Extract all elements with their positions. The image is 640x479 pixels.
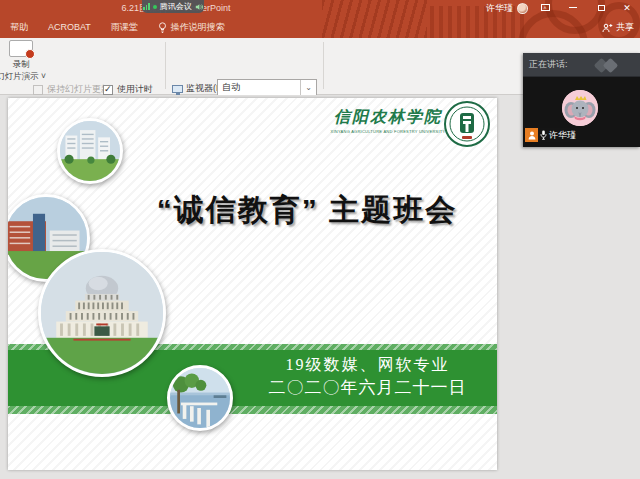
campus-photo-dome-building[interactable] bbox=[38, 249, 166, 377]
share-label: 共享 bbox=[616, 21, 634, 34]
meeting-app-name: 腾讯会议 bbox=[160, 1, 192, 12]
tab-acrobat[interactable]: ACROBAT bbox=[38, 16, 101, 38]
title-bar: 6.21团课.pptx - PowerPoint 许华瑾 ˄ ✕ bbox=[0, 0, 640, 16]
member-icon bbox=[525, 128, 538, 142]
checkbox-icon bbox=[33, 85, 43, 95]
group-separator bbox=[165, 42, 166, 89]
chevron-down-icon: ⌄ bbox=[300, 80, 316, 95]
tell-me-search[interactable]: 操作说明搜索 bbox=[148, 16, 235, 38]
account-avatar[interactable] bbox=[517, 3, 528, 14]
monitor-dropdown-value: 自动 bbox=[218, 81, 300, 94]
tab-label: 帮助 bbox=[10, 21, 28, 34]
university-name-cn[interactable]: 信阳农林学院 bbox=[328, 107, 448, 128]
share-button[interactable]: 共享 bbox=[602, 21, 634, 34]
banner-text[interactable]: 19级数媒、网软专业 二〇二〇年六月二十一日 bbox=[260, 354, 475, 400]
participant-name: 许华瑾 bbox=[549, 129, 576, 142]
account-name: 许华瑾 bbox=[486, 2, 513, 15]
ribbon-display-options-icon: ˄ bbox=[541, 4, 550, 11]
signal-strength-icon bbox=[143, 3, 150, 10]
participant-name-box: 许华瑾 bbox=[538, 128, 580, 142]
slide-canvas[interactable]: 信阳农林学院 XINYANG AGRICULTURE AND FORESTRY … bbox=[8, 98, 497, 470]
tab-help[interactable]: 帮助 bbox=[0, 16, 38, 38]
university-seal-icon[interactable] bbox=[442, 99, 492, 149]
microphone-icon bbox=[540, 130, 547, 140]
ribbon-tab-row: 帮助 ACROBAT 雨课堂 操作说明搜索 bbox=[0, 16, 640, 38]
record-slideshow-icon bbox=[9, 40, 33, 57]
group-separator bbox=[323, 42, 324, 89]
restore-icon bbox=[598, 5, 605, 11]
campus-photo-lake[interactable] bbox=[167, 365, 233, 431]
account-area[interactable]: 许华瑾 bbox=[486, 2, 528, 15]
campus-photo4-image bbox=[170, 368, 230, 428]
screen: 6.21团课.pptx - PowerPoint 许华瑾 ˄ ✕ 帮助 ACRO… bbox=[0, 0, 640, 479]
banner-date-line: 二〇二〇年六月二十一日 bbox=[260, 376, 475, 400]
university-name-en-wrap: XINYANG AGRICULTURE AND FORESTRY UNIVERS… bbox=[328, 129, 448, 137]
speaking-label: 正在讲话: bbox=[523, 58, 568, 71]
meeting-video-panel[interactable]: 正在讲话: bbox=[523, 53, 640, 147]
ribbon-display-options-button[interactable]: ˄ bbox=[534, 0, 556, 15]
meeting-logo-watermark-icon bbox=[594, 58, 628, 72]
elephant-avatar-image bbox=[562, 90, 598, 126]
minimize-button[interactable] bbox=[562, 0, 584, 15]
checkbox-icon bbox=[103, 85, 113, 95]
participant-video-tile[interactable]: 许华瑾 bbox=[523, 77, 640, 147]
meeting-panel-header[interactable]: 正在讲话: bbox=[523, 53, 640, 77]
banner-bottom-stripe bbox=[8, 406, 497, 414]
live-dot-icon bbox=[153, 5, 157, 9]
tab-label: ACROBAT bbox=[48, 22, 91, 32]
record-label-line1: 录制 bbox=[13, 59, 30, 71]
participant-avatar bbox=[562, 90, 598, 126]
window-header: 6.21团课.pptx - PowerPoint 许华瑾 ˄ ✕ 帮助 ACRO… bbox=[0, 0, 640, 38]
campus-photo-buildings[interactable] bbox=[57, 118, 123, 184]
slide-title[interactable]: “诚信教育” 主题班会 bbox=[123, 190, 491, 231]
tencent-meeting-pill[interactable]: 腾讯会议 bbox=[142, 0, 204, 13]
record-label-line2: 幻灯片演示 ˅ bbox=[0, 71, 46, 83]
monitor-dropdown[interactable]: 自动 ⌄ bbox=[217, 79, 317, 96]
lightbulb-icon bbox=[158, 22, 167, 33]
restore-button[interactable] bbox=[590, 0, 612, 15]
editing-workspace: 信阳农林学院 XINYANG AGRICULTURE AND FORESTRY … bbox=[0, 95, 640, 479]
tab-label: 操作说明搜索 bbox=[171, 21, 225, 34]
campus-photo1-image bbox=[60, 121, 120, 181]
participant-name-bar: 许华瑾 bbox=[525, 128, 580, 142]
tab-rain-classroom[interactable]: 雨课堂 bbox=[101, 16, 148, 38]
banner-class-line: 19级数媒、网软专业 bbox=[260, 354, 475, 376]
share-person-icon bbox=[602, 23, 613, 33]
monitor-icon bbox=[172, 85, 183, 93]
minimize-icon bbox=[569, 7, 577, 8]
university-name-en: XINYANG AGRICULTURE AND FORESTRY UNIVERS… bbox=[328, 129, 448, 134]
speaker-icon[interactable] bbox=[195, 3, 203, 11]
close-button[interactable]: ✕ bbox=[616, 0, 638, 15]
campus-photo3-image bbox=[41, 252, 163, 374]
tab-label: 雨课堂 bbox=[111, 21, 138, 34]
